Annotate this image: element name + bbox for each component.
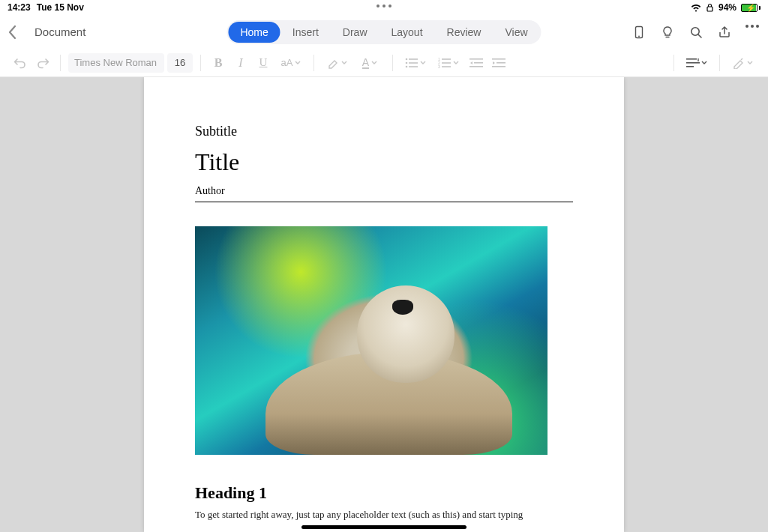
- svg-text:3: 3: [438, 64, 440, 68]
- svg-point-4: [406, 58, 408, 60]
- formatting-ribbon: Times New Roman 16 B I U aA A 123: [0, 49, 768, 77]
- tab-layout[interactable]: Layout: [380, 22, 435, 43]
- author-text[interactable]: Author: [195, 185, 573, 197]
- svg-rect-16: [470, 58, 483, 60]
- styles-button[interactable]: [728, 53, 758, 73]
- decrease-indent-button[interactable]: [466, 53, 486, 73]
- svg-rect-20: [496, 62, 506, 64]
- app-header: Document Home Insert Draw Layout Review …: [0, 15, 768, 49]
- ribbon-tabs: Home Insert Draw Layout Review View: [226, 20, 541, 44]
- svg-rect-9: [409, 66, 418, 67]
- ideas-lightbulb-icon[interactable]: [660, 25, 675, 40]
- tab-home[interactable]: Home: [228, 22, 280, 43]
- divider-line: [195, 202, 573, 202]
- increase-indent-button[interactable]: [489, 53, 508, 73]
- font-size-selector[interactable]: 16: [167, 53, 193, 73]
- svg-rect-22: [686, 58, 697, 60]
- svg-rect-19: [492, 58, 506, 60]
- battery-icon: ⚡: [741, 4, 760, 12]
- font-color-button[interactable]: A: [355, 53, 385, 73]
- svg-rect-15: [442, 66, 451, 67]
- svg-rect-18: [470, 66, 483, 67]
- paragraph-options-button[interactable]: [682, 53, 712, 73]
- document-page[interactable]: Subtitle Title Author Heading 1 To get s…: [144, 77, 624, 532]
- redo-button[interactable]: [33, 53, 52, 73]
- svg-rect-11: [442, 58, 451, 60]
- wifi-icon: [691, 4, 701, 12]
- undo-button[interactable]: [10, 53, 30, 73]
- document-title[interactable]: Document: [34, 25, 86, 38]
- underline-button[interactable]: U: [254, 53, 273, 73]
- tab-insert[interactable]: Insert: [280, 22, 331, 43]
- svg-point-6: [406, 61, 408, 64]
- svg-rect-0: [707, 7, 712, 11]
- svg-point-8: [406, 65, 408, 67]
- svg-rect-17: [474, 62, 483, 64]
- body-paragraph[interactable]: To get started right away, just tap any …: [195, 509, 573, 521]
- status-bar: 14:23 Tue 15 Nov 94% ⚡: [0, 0, 768, 15]
- search-icon[interactable]: [688, 25, 704, 40]
- share-icon[interactable]: [717, 25, 732, 40]
- italic-button[interactable]: I: [231, 53, 250, 73]
- status-date: Tue 15 Nov: [37, 2, 84, 13]
- battery-percent: 94%: [718, 2, 736, 13]
- font-name-selector[interactable]: Times New Roman: [68, 53, 164, 73]
- tab-draw[interactable]: Draw: [331, 22, 380, 43]
- recent-apps-pill-icon[interactable]: [376, 4, 392, 7]
- svg-rect-7: [409, 62, 418, 64]
- bold-button[interactable]: B: [208, 53, 228, 73]
- svg-rect-21: [492, 66, 506, 67]
- tab-view[interactable]: View: [493, 22, 539, 43]
- document-image[interactable]: [195, 226, 548, 455]
- tab-review[interactable]: Review: [435, 22, 494, 43]
- heading-1-text[interactable]: Heading 1: [195, 483, 573, 503]
- svg-rect-13: [442, 62, 451, 64]
- svg-point-2: [638, 35, 640, 37]
- numbered-list-button[interactable]: 123: [434, 53, 464, 73]
- rotation-lock-icon: [706, 3, 714, 12]
- svg-rect-5: [409, 58, 418, 60]
- title-text[interactable]: Title: [195, 148, 573, 176]
- status-time: 14:23: [8, 2, 31, 13]
- home-indicator[interactable]: [302, 525, 466, 529]
- text-effects-button[interactable]: aA: [276, 53, 306, 73]
- more-options-icon[interactable]: [746, 25, 760, 40]
- bullet-list-button[interactable]: [400, 53, 430, 73]
- svg-rect-24: [686, 66, 694, 67]
- back-button[interactable]: [8, 24, 24, 40]
- highlight-color-button[interactable]: [322, 53, 352, 73]
- svg-rect-23: [686, 62, 700, 64]
- document-canvas[interactable]: Subtitle Title Author Heading 1 To get s…: [0, 77, 768, 532]
- subtitle-text[interactable]: Subtitle: [195, 124, 573, 139]
- mobile-view-icon[interactable]: [632, 25, 646, 40]
